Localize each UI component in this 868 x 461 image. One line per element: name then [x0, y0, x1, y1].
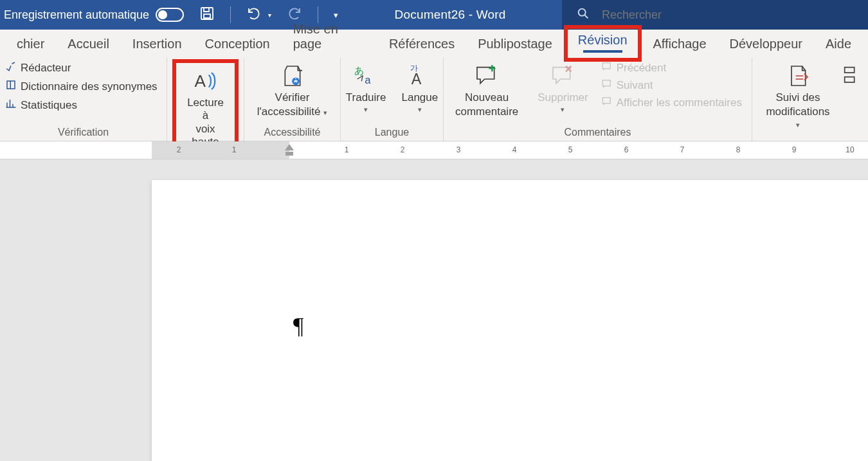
lecture-voix-haute-button[interactable]: A Lecture à voix haute: [180, 64, 231, 148]
comment-prev-icon: [601, 60, 613, 75]
search-icon: [576, 6, 590, 23]
nouveau-label-1: Nouveau: [465, 91, 509, 104]
dictionnaire-button[interactable]: Dictionnaire des synonymes: [5, 79, 158, 94]
chevron-down-icon: ▾: [364, 105, 368, 114]
tab-publipostage[interactable]: Publipostage: [466, 32, 564, 58]
precedent-button[interactable]: Précédent: [601, 60, 742, 75]
tab-fichier[interactable]: chier: [5, 32, 56, 58]
redacteur-icon: [5, 60, 17, 75]
ruler-ticks: 2 1 1 2 3 4 5 6 7 8 9 10: [152, 141, 868, 159]
ribbon-tabs: chier Accueil Insertion Conception Mise …: [0, 30, 868, 58]
save-icon[interactable]: [199, 6, 215, 24]
show-comments-icon: [601, 95, 613, 110]
nouveau-label-2: commentaire: [455, 105, 518, 118]
langue-button[interactable]: 가A Langue ▾: [395, 59, 444, 113]
ruler-number: 5: [568, 145, 573, 154]
group-commentaires: Nouveau commentaire Supprimer ▾ Précéden…: [444, 58, 752, 141]
tab-revision[interactable]: Révision: [574, 30, 631, 54]
autosave-toggle[interactable]: [156, 8, 184, 22]
separator: [230, 6, 231, 23]
svg-rect-12: [845, 68, 854, 73]
dictionnaire-label: Dictionnaire des synonymes: [21, 80, 158, 93]
suivi-label-1: Suivi des: [776, 91, 820, 104]
comment-next-icon: [601, 78, 613, 93]
track-options-icon: [844, 62, 856, 90]
verifier-label-1: Vérifier: [275, 91, 310, 104]
traduire-button[interactable]: あa Traduire ▾: [339, 59, 393, 113]
supprimer-commentaire-button[interactable]: Supprimer ▾: [531, 59, 594, 113]
stats-icon: [5, 98, 17, 113]
suivi-modifications-button[interactable]: Suivi des modifications ▾: [757, 59, 838, 131]
tab-accueil[interactable]: Accueil: [56, 32, 120, 58]
undo-icon[interactable]: [246, 6, 262, 24]
lecture-label-1: Lecture à: [186, 96, 224, 122]
language-icon: 가A: [407, 62, 433, 90]
accessibility-icon: [280, 62, 305, 90]
track-options-button[interactable]: [841, 59, 863, 90]
verifier-label-2: l'accessibilité: [257, 105, 321, 118]
ruler-number: 2: [401, 145, 405, 154]
autosave-label: Enregistrement automatique: [4, 8, 149, 22]
suivi-label-2: modifications: [766, 105, 829, 118]
ruler-number: 6: [624, 145, 629, 154]
statistiques-label: Statistiques: [21, 99, 77, 112]
translate-icon: あa: [353, 62, 379, 90]
precedent-label: Précédent: [617, 62, 667, 75]
afficher-commentaires-button[interactable]: Afficher les commentaires: [601, 95, 742, 110]
ruler-number: 1: [345, 145, 349, 154]
group-langue: あa Traduire ▾ 가A Langue ▾ Langue: [341, 58, 444, 141]
tab-aide[interactable]: Aide: [814, 32, 863, 58]
tab-affichage[interactable]: Affichage: [642, 32, 718, 58]
chevron-down-icon: ▾: [796, 121, 800, 129]
horizontal-ruler[interactable]: 2 1 1 2 3 4 5 6 7 8 9 10: [0, 141, 868, 159]
document-page[interactable]: ¶: [152, 180, 868, 461]
delete-comment-icon: [549, 62, 576, 90]
tab-conception[interactable]: Conception: [194, 32, 282, 58]
supprimer-label: Supprimer: [538, 91, 588, 104]
tab-references[interactable]: Références: [377, 32, 466, 58]
group-label: Commentaires: [449, 127, 746, 140]
ruler-number: 8: [736, 145, 741, 154]
nouveau-commentaire-button[interactable]: Nouveau commentaire: [449, 59, 525, 118]
group-label: Langue: [346, 127, 438, 140]
chevron-down-icon: ▾: [323, 109, 327, 116]
chevron-down-icon: ▾: [561, 105, 565, 114]
group-verification: Rédacteur Dictionnaire des synonymes Sta…: [0, 58, 167, 141]
ruler-number: 1: [232, 145, 237, 154]
tab-mise-en-page[interactable]: Mise en page: [282, 17, 377, 58]
ruler-number: 9: [792, 145, 797, 154]
paragraph-mark: ¶: [293, 312, 303, 339]
redacteur-button[interactable]: Rédacteur: [5, 60, 158, 75]
statistiques-button[interactable]: Statistiques: [5, 98, 158, 113]
afficher-label: Afficher les commentaires: [617, 96, 742, 109]
verifier-accessibilite-button[interactable]: Vérifier l'accessibilité ▾: [251, 59, 334, 118]
svg-rect-10: [602, 80, 610, 86]
svg-point-2: [579, 9, 586, 16]
undo-dropdown-icon[interactable]: ▾: [268, 12, 271, 19]
ruler-number: 2: [177, 145, 181, 154]
svg-text:A: A: [194, 71, 206, 91]
svg-text:a: a: [365, 74, 371, 86]
group-fonction-vocale: A Lecture à voix haute Fonction vocale: [167, 58, 244, 141]
highlight-revision-tab: Révision: [564, 25, 642, 62]
svg-rect-9: [602, 63, 610, 69]
ruler-number: 3: [457, 145, 461, 154]
traduire-label: Traduire: [346, 91, 386, 104]
svg-rect-11: [602, 98, 610, 104]
tab-developpeur[interactable]: Développeur: [718, 32, 814, 58]
svg-rect-1: [204, 14, 210, 18]
ribbon: Rédacteur Dictionnaire des synonymes Sta…: [0, 58, 868, 141]
tab-insertion[interactable]: Insertion: [121, 32, 194, 58]
suivant-button[interactable]: Suivant: [601, 78, 742, 93]
search-input[interactable]: [602, 8, 854, 22]
autosave-section: Enregistrement automatique: [0, 8, 193, 22]
ruler-number: 7: [680, 145, 685, 154]
comment-nav-list: Précédent Suivant Afficher les commentai…: [601, 59, 742, 110]
ruler-number: 4: [512, 145, 517, 154]
group-label: Accessibilité: [249, 127, 335, 140]
title-bar: Enregistrement automatique ▾ ▾ Document2…: [0, 0, 868, 30]
langue-label: Langue: [401, 91, 438, 104]
group-suivi: Suivi des modifications ▾: [752, 58, 868, 141]
suivant-label: Suivant: [617, 79, 653, 92]
track-changes-icon: [784, 62, 811, 90]
